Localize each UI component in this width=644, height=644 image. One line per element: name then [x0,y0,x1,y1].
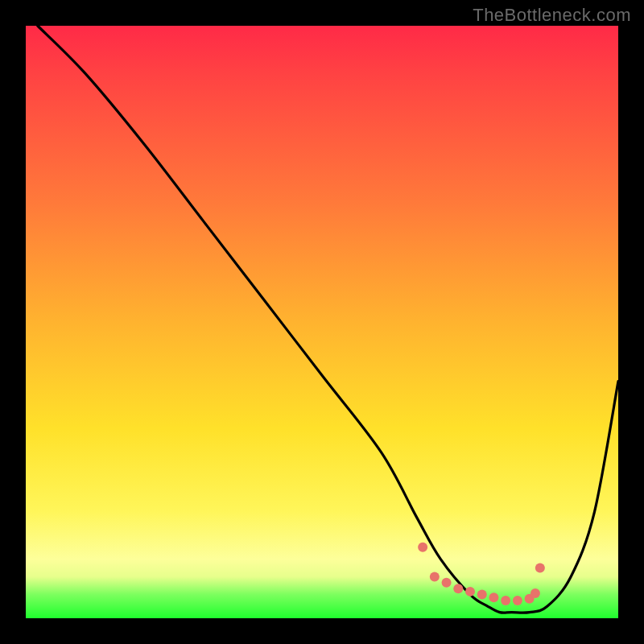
trough-point [430,572,440,581]
trough-point [513,596,522,605]
chart-frame: TheBottleneck.com [0,0,644,644]
trough-point [477,590,487,600]
trough-point [501,596,510,605]
trough-point [489,592,498,602]
trough-point [442,578,452,588]
attribution-text: TheBottleneck.com [473,5,631,26]
trough-point [535,563,545,572]
trough-point [453,584,463,593]
trough-point [418,543,427,552]
trough-point [530,588,540,598]
chart-svg [26,26,618,618]
bottleneck-curve [38,26,618,613]
plot-area [26,26,618,618]
trough-point [465,587,475,597]
